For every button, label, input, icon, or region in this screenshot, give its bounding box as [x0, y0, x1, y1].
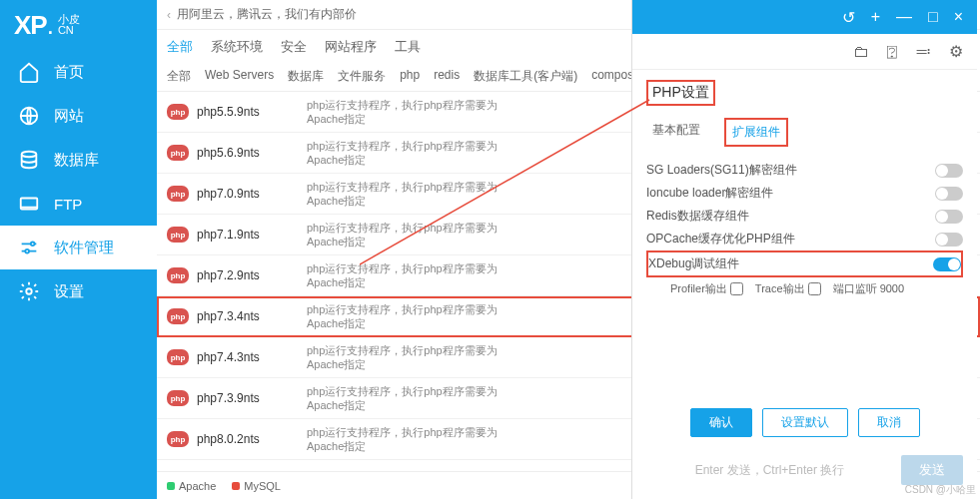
nav-item-gear[interactable]: 设置	[0, 269, 157, 313]
extension-toggle[interactable]	[933, 257, 961, 271]
plus-icon[interactable]: +	[871, 8, 880, 26]
category-tab[interactable]: 安全	[281, 38, 307, 62]
panel-body: PHP设置 基本配置 扩展组件 SG Loaders(SG11)解密组件 Ion…	[632, 70, 977, 398]
nav-label: FTP	[54, 196, 82, 213]
category-tab[interactable]: 系统环境	[211, 38, 263, 62]
extension-label: SG Loaders(SG11)解密组件	[646, 162, 935, 179]
database-icon	[18, 149, 40, 171]
panel-close-icon[interactable]: ×	[954, 8, 963, 26]
topbar-text: 用阿里云，腾讯云，我们有内部价	[177, 6, 357, 23]
logo-dot: .	[47, 10, 54, 41]
category-tab[interactable]: 网站程序	[325, 38, 377, 62]
extension-item: SG Loaders(SG11)解密组件	[646, 159, 963, 182]
settings-icon[interactable]: ⚙	[949, 42, 963, 61]
logo-xp: XP	[14, 10, 47, 41]
status-apache: Apache	[167, 480, 216, 492]
subtab[interactable]: 数据库	[288, 68, 324, 85]
default-button[interactable]: 设置默认	[762, 408, 848, 437]
ftp-icon	[18, 193, 40, 215]
ok-button[interactable]: 确认	[690, 408, 752, 437]
subtab[interactable]: 数据库工具(客户端)	[474, 68, 577, 85]
php-icon: php	[167, 227, 189, 243]
svg-point-4	[25, 250, 29, 253]
sidebar: XP . 小皮 CN 首页网站数据库FTP软件管理设置	[0, 0, 157, 499]
software-name: php7.0.9nts	[197, 187, 307, 201]
logo: XP . 小皮 CN	[0, 0, 157, 50]
software-name: php7.4.3nts	[197, 350, 307, 364]
php-icon: php	[167, 431, 189, 447]
software-name: php7.3.4nts	[197, 309, 307, 323]
category-tab[interactable]: 工具	[395, 38, 421, 62]
panel-iconbar: 🗀 ⍰ ≕ ⚙	[632, 34, 977, 70]
software-name: php7.2.9nts	[197, 268, 307, 282]
tab-basic[interactable]: 基本配置	[646, 118, 706, 147]
subtab[interactable]: php	[400, 68, 420, 85]
globe-icon	[18, 105, 40, 127]
nav-item-sliders[interactable]: 软件管理	[0, 226, 157, 269]
tab-extensions[interactable]: 扩展组件	[724, 118, 788, 147]
software-name: php5.6.9nts	[197, 146, 307, 160]
php-icon: php	[167, 267, 189, 283]
svg-point-3	[31, 243, 35, 247]
person-icon[interactable]: ⍰	[887, 43, 897, 61]
nav-label: 网站	[54, 107, 84, 126]
svg-point-5	[26, 288, 32, 294]
port-label: 端口监听 9000	[833, 281, 905, 296]
software-name: php8.0.2nts	[197, 432, 307, 446]
send-hint: Enter 发送，Ctrl+Enter 换行	[646, 462, 893, 479]
gear-icon	[18, 280, 40, 302]
php-icon: php	[167, 308, 189, 324]
extension-label: Ioncube loader解密组件	[646, 185, 935, 202]
category-tab[interactable]: 全部	[167, 38, 193, 62]
subtab[interactable]: redis	[434, 68, 460, 85]
nav-item-ftp[interactable]: FTP	[0, 182, 157, 226]
extension-toggle[interactable]	[935, 210, 963, 224]
list-icon[interactable]: ≕	[915, 42, 931, 61]
php-icon: php	[167, 145, 189, 161]
extension-item: OPCache缓存优化PHP组件	[646, 228, 963, 250]
cancel-button[interactable]: 取消	[858, 408, 920, 437]
trace-checkbox[interactable]: Trace输出	[755, 281, 821, 296]
nav-label: 软件管理	[54, 239, 114, 257]
profiler-checkbox[interactable]: Profiler输出	[670, 281, 743, 296]
history-icon[interactable]: ↺	[842, 8, 855, 27]
extension-item: Ioncube loader解密组件	[646, 182, 963, 205]
folder-icon[interactable]: 🗀	[853, 43, 869, 61]
nav-item-database[interactable]: 数据库	[0, 138, 157, 182]
nav-label: 首页	[54, 63, 84, 82]
php-icon: php	[167, 104, 189, 120]
nav-item-home[interactable]: 首页	[0, 50, 157, 94]
status-mysql: MySQL	[232, 480, 281, 492]
extension-label: Redis数据缓存组件	[646, 208, 935, 225]
nav-item-globe[interactable]: 网站	[0, 94, 157, 138]
chevron-left-icon[interactable]: ‹	[167, 8, 171, 22]
subtab[interactable]: 文件服务	[338, 68, 386, 85]
extension-item: Redis数据缓存组件	[646, 205, 963, 228]
php-icon: php	[167, 390, 189, 406]
subtab[interactable]: Web Servers	[205, 68, 274, 85]
extension-list: SG Loaders(SG11)解密组件 Ioncube loader解密组件 …	[646, 159, 963, 277]
panel-minimize-icon[interactable]: —	[896, 8, 912, 26]
nav-label: 数据库	[54, 151, 99, 170]
software-name: php7.1.9nts	[197, 228, 307, 242]
panel-footer: 确认 设置默认 取消	[632, 398, 977, 447]
settings-panel: ↺ + — □ × 🗀 ⍰ ≕ ⚙ PHP设置 基本配置 扩展组件 SG Loa…	[631, 0, 977, 499]
extension-toggle[interactable]	[935, 187, 963, 201]
panel-maximize-icon[interactable]: □	[928, 8, 938, 26]
svg-point-1	[22, 152, 37, 158]
subtab[interactable]: 全部	[167, 68, 191, 85]
send-button[interactable]: 发送	[901, 455, 963, 485]
extension-label: XDebug调试组件	[648, 255, 933, 272]
nav-label: 设置	[54, 282, 84, 301]
software-name: php5.5.9nts	[197, 105, 307, 119]
status-dot-red-icon	[232, 482, 240, 490]
nav-list: 首页网站数据库FTP软件管理设置	[0, 50, 157, 313]
status-dot-green-icon	[167, 482, 175, 490]
panel-titlebar: ↺ + — □ ×	[632, 0, 977, 34]
home-icon	[18, 61, 40, 83]
extension-toggle[interactable]	[935, 164, 963, 178]
sliders-icon	[18, 237, 40, 258]
watermark: CSDN @小哈里	[905, 483, 976, 497]
xdebug-options: Profiler输出 Trace输出 端口监听 9000	[646, 277, 963, 296]
extension-toggle[interactable]	[935, 233, 963, 247]
